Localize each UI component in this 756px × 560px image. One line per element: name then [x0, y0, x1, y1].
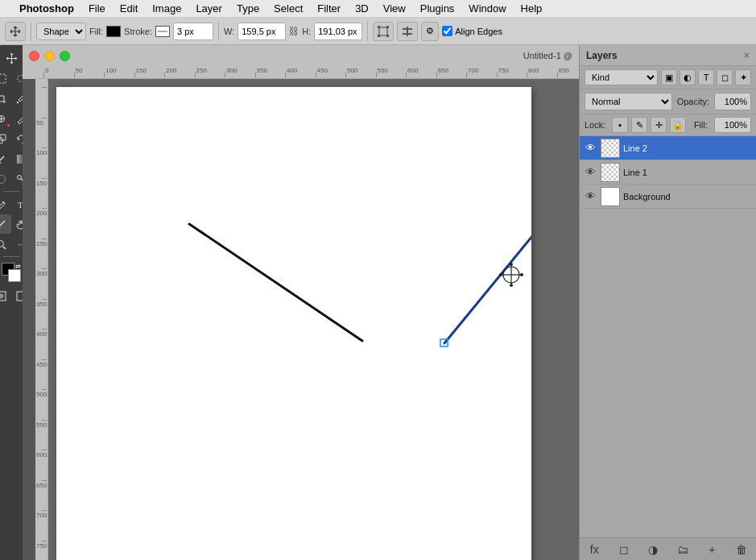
shape-type-select[interactable]: Shape: [36, 23, 86, 40]
layer-row[interactable]: 👁Line 1: [580, 160, 756, 185]
layer-adjustment-button[interactable]: ◑: [644, 541, 662, 558]
switch-colors-icon[interactable]: ⇄: [15, 263, 21, 270]
width-input[interactable]: [238, 23, 286, 40]
align-edges-toggle[interactable]: Align Edges: [442, 26, 502, 36]
stroke-color-swatch[interactable]: [155, 26, 170, 37]
svg-rect-3: [378, 35, 380, 37]
svg-line-28: [189, 224, 362, 341]
fill-color-swatch[interactable]: [106, 26, 121, 37]
brush-tool[interactable]: [12, 109, 23, 128]
delete-layer-button[interactable]: 🗑: [733, 541, 750, 558]
canvas-document[interactable]: [56, 87, 531, 560]
stamp-tools: [0, 129, 23, 148]
svg-point-20: [2, 201, 4, 203]
color-tools[interactable]: ⇄: [2, 263, 21, 282]
minimize-button[interactable]: [44, 51, 55, 61]
layer-mask-button[interactable]: ◻: [615, 541, 633, 558]
new-group-button[interactable]: 🗂: [674, 541, 692, 558]
menu-3d[interactable]: 3D: [349, 1, 375, 16]
clone-stamp-tool[interactable]: [0, 129, 11, 148]
close-button[interactable]: [29, 51, 39, 61]
fill-input[interactable]: [714, 117, 751, 133]
path-selection-tool[interactable]: [0, 214, 11, 234]
layer-visibility-toggle[interactable]: 👁: [583, 165, 597, 180]
zoom-tool[interactable]: [0, 234, 11, 254]
screen-mode-tool[interactable]: [12, 286, 23, 305]
filter-pixel-icon[interactable]: ▣: [661, 69, 677, 85]
history-brush-tool[interactable]: [12, 129, 23, 148]
lock-image-icon[interactable]: ✎: [631, 117, 647, 133]
separator-3: [367, 22, 368, 41]
menu-edit[interactable]: Edit: [114, 1, 144, 16]
ruler-corner: [23, 66, 35, 79]
tool-move-btn[interactable]: [5, 22, 26, 41]
layers-close-button[interactable]: ×: [744, 50, 750, 61]
svg-rect-8: [0, 74, 6, 83]
dodge-tool[interactable]: [12, 169, 23, 189]
hand-tool[interactable]: [12, 214, 23, 234]
path-tools: [0, 214, 23, 234]
filter-text-icon[interactable]: T: [698, 69, 714, 85]
crop-tool[interactable]: [0, 89, 11, 108]
layer-visibility-toggle[interactable]: 👁: [583, 141, 597, 156]
eyedropper-tool[interactable]: [12, 89, 23, 108]
menu-image[interactable]: Image: [146, 1, 188, 16]
settings-btn[interactable]: ⚙: [421, 22, 439, 41]
layer-visibility-toggle[interactable]: 👁: [583, 189, 597, 204]
background-color[interactable]: [8, 269, 21, 282]
layer-row[interactable]: 👁Background: [580, 185, 756, 209]
lock-all-icon[interactable]: 🔒: [670, 117, 686, 133]
menu-filter[interactable]: Filter: [311, 1, 347, 16]
align-edges-checkbox[interactable]: [442, 26, 452, 36]
align-btn[interactable]: [397, 22, 418, 41]
lock-transparent-icon[interactable]: ▪: [612, 117, 628, 133]
eraser-tool[interactable]: [0, 149, 11, 168]
menu-plugins[interactable]: Plugins: [414, 1, 461, 16]
menu-photoshop[interactable]: Photoshop: [13, 1, 81, 16]
layer-row[interactable]: 👁Line 2: [580, 136, 756, 160]
main-area: T ··· ⇄: [0, 45, 756, 560]
layer-fx-button[interactable]: fx: [585, 541, 603, 558]
healing-brush-tool[interactable]: [0, 109, 11, 128]
window-bar: Untitled-1 @: [23, 45, 579, 66]
layers-filter-bar: Kind ▣ ◐ T ◻ ✦: [580, 66, 756, 89]
filter-adjustment-icon[interactable]: ◐: [680, 69, 696, 85]
toolbox: T ··· ⇄: [0, 45, 23, 560]
text-tool[interactable]: T: [12, 194, 23, 214]
lasso-tool[interactable]: [12, 68, 23, 88]
separator-2: [218, 22, 219, 41]
extra-tools[interactable]: ···: [12, 234, 23, 254]
quick-mask-tool[interactable]: [0, 286, 11, 305]
gradient-tool[interactable]: [12, 149, 23, 168]
menu-window[interactable]: Window: [462, 1, 512, 16]
ruler-horizontal: 0501001502002503003504004505005506006507…: [35, 66, 579, 79]
stroke-label: Stroke:: [124, 27, 152, 36]
blend-mode-select[interactable]: Normal: [585, 93, 672, 110]
lock-position-icon[interactable]: ✛: [651, 117, 667, 133]
menu-type[interactable]: Type: [230, 1, 266, 16]
filter-smart-icon[interactable]: ✦: [735, 69, 751, 85]
pen-tool[interactable]: [0, 194, 11, 214]
opacity-input[interactable]: [714, 93, 751, 110]
new-layer-button[interactable]: +: [703, 541, 721, 558]
menu-layer[interactable]: Layer: [189, 1, 229, 16]
filter-type-select[interactable]: Kind: [585, 69, 658, 85]
height-input[interactable]: [314, 23, 362, 40]
blur-tool[interactable]: [0, 169, 11, 189]
align-edges-label: Align Edges: [455, 27, 502, 36]
svg-line-24: [3, 247, 6, 249]
menu-view[interactable]: View: [377, 1, 412, 16]
layer-name: Background: [623, 192, 753, 201]
filter-shape-icon[interactable]: ◻: [717, 69, 733, 85]
svg-rect-1: [378, 26, 380, 28]
move-tool[interactable]: [2, 48, 21, 68]
maximize-button[interactable]: [60, 51, 70, 61]
transform-btn[interactable]: [373, 22, 394, 41]
menu-file[interactable]: File: [82, 1, 112, 16]
menu-help[interactable]: Help: [514, 1, 549, 16]
menu-select[interactable]: Select: [267, 1, 309, 16]
canvas[interactable]: [48, 79, 579, 560]
separator-1: [31, 22, 31, 41]
rectangular-select-tool[interactable]: [0, 68, 11, 88]
stroke-width-input[interactable]: [173, 23, 213, 40]
